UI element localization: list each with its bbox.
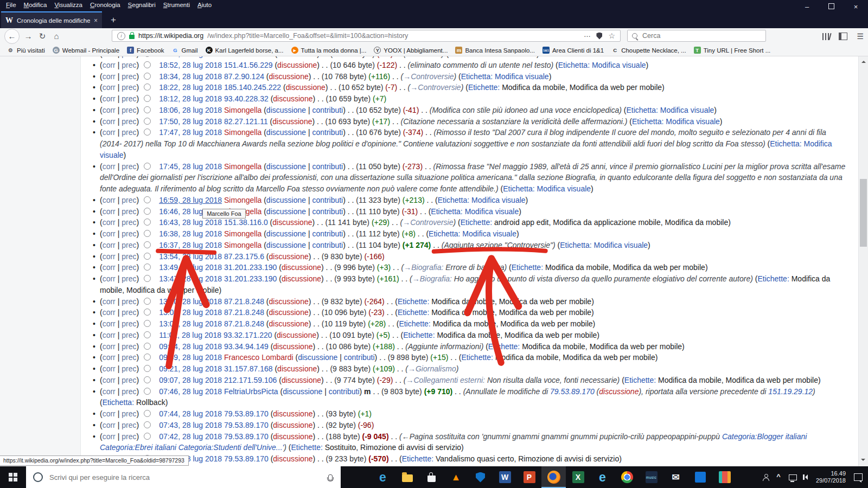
corr-link[interactable]: corr — [103, 308, 116, 317]
corr-link[interactable]: corr — [103, 252, 116, 261]
revision-radio-button[interactable] — [144, 241, 151, 248]
rev-timestamp-link[interactable]: 09:07, 28 lug 2018 — [159, 376, 222, 384]
taskbar-app-firefox[interactable] — [541, 466, 566, 488]
bookmark-moda-donna[interactable]: ▸Tutta la moda donna |... — [288, 47, 371, 54]
prec-link[interactable]: prec — [122, 387, 136, 396]
user-talk-link[interactable]: discussione — [282, 274, 321, 283]
corr-link[interactable]: corr — [103, 218, 116, 227]
user-link[interactable]: Simongella — [224, 196, 261, 204]
tag-item[interactable]: Modifica visuale — [594, 241, 648, 249]
corr-link[interactable]: corr — [103, 196, 116, 204]
tag-item[interactable]: Modifica visuale — [462, 229, 516, 238]
tag-label-link[interactable]: Etichetta: — [560, 241, 591, 249]
prec-link[interactable]: prec — [122, 241, 136, 249]
taskbar-app-windows-defender[interactable] — [468, 466, 493, 488]
menu-strumenti[interactable]: Strumenti — [159, 1, 194, 9]
new-tab-button[interactable]: + — [106, 13, 120, 27]
start-button[interactable] — [0, 466, 26, 488]
revision-radio-button[interactable] — [144, 388, 151, 395]
scroll-down-icon[interactable] — [861, 459, 865, 463]
bookmark-yoox[interactable]: YYOOX | Abbigliament... — [370, 47, 451, 54]
revision-radio-button[interactable] — [144, 208, 151, 215]
corr-link[interactable]: corr — [103, 263, 116, 272]
taskbar-app-file-explorer[interactable] — [395, 466, 419, 488]
revision-radio-button[interactable] — [144, 253, 151, 260]
tag-label-link[interactable]: Etichette: — [468, 83, 500, 92]
bookmark-gmail[interactable]: GGmail — [168, 47, 202, 54]
comment-link[interactable]: 151.19.29.12 — [768, 387, 813, 396]
restore-button[interactable] — [819, 0, 844, 15]
bookmark-webmail[interactable]: GWebmail - Principale — [49, 47, 123, 54]
user-talk-link[interactable]: discussione — [283, 387, 322, 396]
revision-radio-button[interactable] — [144, 61, 151, 68]
rev-timestamp-link[interactable]: 13:54, 28 lug 2018 — [159, 252, 222, 261]
rev-timestamp-link[interactable]: 18:34, 28 lug 2018 — [159, 72, 222, 81]
corr-link[interactable]: corr — [103, 432, 116, 441]
bookmark-karl-lagerfeld[interactable]: KKarl Lagerfeld borse, a... — [202, 47, 288, 54]
user-link[interactable]: 87.21.8.248 — [224, 319, 264, 328]
user-link[interactable]: 151.38.116.0 — [224, 218, 268, 227]
comment-link[interactable]: discussione — [599, 387, 639, 396]
prec-link[interactable]: prec — [122, 364, 136, 373]
user-talk-link[interactable]: discussione — [282, 376, 321, 384]
user-contribs-link[interactable]: contributi — [312, 241, 343, 249]
section-link[interactable]: →Controversie — [403, 218, 453, 227]
corr-link[interactable]: corr — [103, 331, 116, 339]
search-bar[interactable] — [627, 30, 766, 42]
revision-radio-button[interactable] — [144, 354, 151, 361]
rev-timestamp-link[interactable]: 16:59, 28 lug 2018 — [159, 196, 222, 204]
tag-item[interactable]: Modifica visuale — [660, 106, 714, 114]
revision-radio-button[interactable] — [144, 421, 151, 428]
revision-radio-button[interactable] — [144, 196, 151, 203]
user-talk-link[interactable]: discussione — [266, 207, 306, 216]
user-link[interactable]: FeltriaUrbsPicta — [224, 387, 278, 396]
menu-visualizza[interactable]: Visualizza — [50, 1, 86, 9]
corr-link[interactable]: corr — [103, 387, 116, 396]
user-link[interactable]: 87.2.90.124 — [224, 72, 264, 81]
tag-item[interactable]: Modifica visuale — [592, 61, 646, 69]
user-link[interactable]: 87.21.8.248 — [224, 297, 264, 306]
tag-item[interactable]: Modifica visuale — [537, 184, 591, 193]
corr-link[interactable]: corr — [103, 353, 116, 362]
rev-timestamp-link[interactable]: 17:47, 28 lug 2018 — [159, 128, 222, 137]
user-talk-link[interactable]: discussione — [277, 364, 317, 373]
tag-label-link[interactable]: Etichette: — [398, 308, 429, 317]
revision-radio-button[interactable] — [144, 410, 151, 417]
prec-link[interactable]: prec — [122, 421, 136, 429]
corr-link[interactable]: corr — [103, 376, 116, 384]
user-link[interactable]: 93.32.171.220 — [224, 331, 272, 339]
taskbar-search-input[interactable] — [48, 473, 323, 482]
page-actions-icon[interactable]: ⋯ — [584, 32, 591, 40]
prec-link[interactable]: prec — [122, 128, 136, 137]
user-talk-link[interactable]: discussione — [282, 263, 321, 272]
user-link[interactable]: 79.53.89.170 — [224, 432, 269, 441]
prec-link[interactable]: prec — [122, 376, 136, 384]
revision-radio-button[interactable] — [144, 376, 151, 383]
prec-link[interactable]: prec — [122, 218, 136, 227]
revision-radio-button[interactable] — [144, 230, 151, 237]
user-talk-link[interactable]: discussione — [266, 229, 306, 238]
section-link[interactable]: →Giornalismo — [408, 364, 456, 373]
reload-button[interactable]: ↻ — [36, 30, 49, 43]
tray-expand-icon[interactable]: ^ — [776, 472, 781, 480]
tag-item[interactable]: Modifica visuale — [465, 207, 519, 216]
prec-link[interactable]: prec — [122, 297, 136, 306]
user-talk-link[interactable]: discussione — [266, 106, 306, 114]
revision-radio-button[interactable] — [144, 298, 151, 305]
back-button[interactable]: ← — [4, 29, 20, 44]
rev-timestamp-link[interactable]: 16:37, 28 lug 2018 — [159, 241, 222, 249]
user-link[interactable]: 185.140.245.222 — [224, 83, 281, 92]
revision-radio-button[interactable] — [144, 264, 151, 271]
prec-link[interactable]: prec — [122, 94, 136, 103]
prec-link[interactable]: prec — [122, 263, 136, 272]
bookmark-most-visited[interactable]: ⚙Più visitati — [3, 47, 49, 54]
prec-link[interactable]: prec — [122, 229, 136, 238]
tag-label-link[interactable]: Etichette: — [291, 443, 322, 452]
corr-link[interactable]: corr — [103, 207, 116, 216]
user-talk-link[interactable]: discussione — [273, 94, 312, 103]
network-icon[interactable] — [789, 474, 797, 480]
revision-radio-button[interactable] — [144, 118, 151, 125]
taskbar-app-powerpoint[interactable]: P — [517, 466, 541, 488]
user-contribs-link[interactable]: contributi — [312, 128, 343, 137]
user-link[interactable]: 93.40.228.32 — [224, 94, 269, 103]
